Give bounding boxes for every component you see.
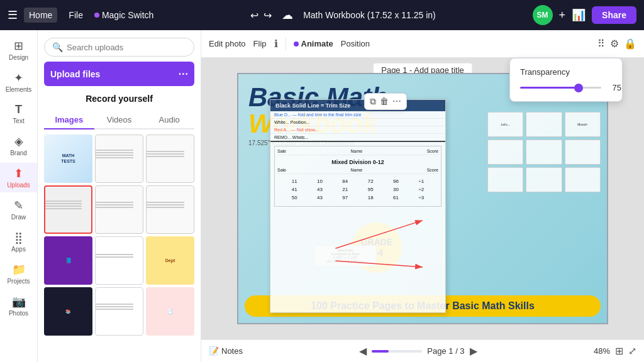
sidebar-item-apps[interactable]: ⣿ Apps <box>0 227 37 256</box>
animate-button[interactable]: Animate <box>294 39 333 48</box>
thumbnail-2[interactable] <box>95 134 143 183</box>
analytics-icon[interactable]: 📊 <box>572 8 586 22</box>
bottom-center: ◀ Page 1 / 3 ▶ <box>250 345 586 357</box>
upload-files-label: Upload files <box>50 69 100 79</box>
grid-pattern-icon[interactable]: ⠿ <box>597 38 605 50</box>
prev-page-button[interactable]: ◀ <box>359 345 367 357</box>
thumbnail-1[interactable]: MATHTESTS <box>44 134 92 183</box>
sidebar-item-brand[interactable]: ◈ Brand <box>0 131 37 160</box>
sidebar-item-draw[interactable]: ✎ Draw <box>0 195 37 224</box>
draw-label: Draw <box>11 214 26 221</box>
ws-cols-header-2: Sale Name Score <box>277 168 438 174</box>
copy-tool-icon[interactable]: ⧉ <box>370 96 376 107</box>
upload-panel: 🔍 Upload files ⋯ Record yourself Images … <box>38 30 201 362</box>
cloud-save-icon[interactable]: ☁ <box>282 8 293 22</box>
thumbnail-10[interactable]: 📚 <box>44 287 92 336</box>
sidebar-item-uploads[interactable]: ⬆ Uploads <box>0 163 37 192</box>
avatar[interactable]: SM <box>533 5 553 25</box>
ws-cols-header: Sale Name Score <box>277 149 438 155</box>
animate-dot-icon <box>294 41 299 47</box>
thumbnail-8[interactable] <box>95 236 143 285</box>
thumbnail-9[interactable]: Dept <box>146 236 194 285</box>
topbar-left: ☰ Home File Magic Switch <box>8 8 153 23</box>
transparency-slider[interactable] <box>520 87 601 89</box>
thumbnail-4[interactable] <box>44 185 92 234</box>
tab-audio[interactable]: Audio <box>144 111 194 129</box>
animate-label: Animate <box>301 39 333 48</box>
zoom-level: 48% <box>594 346 610 356</box>
notes-label: Notes <box>221 346 243 356</box>
tab-videos[interactable]: Videos <box>94 111 145 129</box>
thumbnail-5[interactable] <box>95 185 143 234</box>
filter-icon[interactable]: ⚙ <box>610 38 619 50</box>
design-icon: ⊞ <box>14 39 23 53</box>
sidebar-item-photos[interactable]: 📷 Photos <box>0 291 37 321</box>
tab-images[interactable]: Images <box>44 111 94 129</box>
undo-button[interactable]: ↩ <box>250 9 258 21</box>
mini-grid-cell-1: Let's... <box>487 112 523 137</box>
magic-switch-btn[interactable]: Magic Switch <box>94 10 153 20</box>
content-area: Edit photo Flip ℹ Animate Position ⠿ ⚙ 🔒… <box>201 30 644 362</box>
nav-file[interactable]: File <box>64 8 88 23</box>
apps-label: Apps <box>11 246 26 253</box>
mini-grid-cell-8 <box>526 167 562 192</box>
toolbar-separator <box>286 38 286 50</box>
worksheet-overlay[interactable]: Black Solid Line = Trim Size Blue D... —… <box>270 99 446 313</box>
notes-button[interactable]: 📝 Notes <box>209 346 243 356</box>
add-collaborator-button[interactable]: + <box>559 9 566 22</box>
redo-button[interactable]: ↪ <box>264 9 272 21</box>
flip-button[interactable]: Flip <box>253 39 267 48</box>
thumbnail-3[interactable] <box>146 134 194 183</box>
main-area: ⊞ Design ✦ Elements T Text ◈ Brand ⬆ Upl… <box>0 30 644 362</box>
next-page-button[interactable]: ▶ <box>470 345 477 357</box>
canvas-toolbar: ⧉ 🗑 ⋯ <box>364 93 407 110</box>
thumbnail-7[interactable]: 📘 <box>44 236 92 285</box>
nav-home[interactable]: Home <box>24 8 57 23</box>
ws-grid: 11 10 84 72 96 ÷1 41 43 21 95 30 ÷2 <box>277 175 438 204</box>
mini-grid-cell-7 <box>487 167 523 192</box>
document-title: Math Workbook (17.52 x 11.25 in) <box>303 10 436 20</box>
projects-label: Projects <box>7 278 30 285</box>
thumbnail-11[interactable] <box>95 287 143 336</box>
uploads-icon: ⬆ <box>14 167 23 180</box>
undo-redo-group: ↩ ↪ <box>250 9 272 21</box>
search-bar[interactable]: 🔍 <box>44 38 194 57</box>
expand-button[interactable]: ⤢ <box>628 345 636 357</box>
menu-icon[interactable]: ☰ <box>8 8 18 22</box>
apps-icon: ⣿ <box>14 231 23 244</box>
info-icon[interactable]: ℹ <box>274 38 278 50</box>
share-button[interactable]: Share <box>592 6 636 24</box>
transparency-controls: 75 <box>520 83 612 92</box>
brand-label: Brand <box>10 150 27 156</box>
media-tabs: Images Videos Audio <box>44 111 194 129</box>
bottom-bar: 📝 Notes ◀ Page 1 / 3 ▶ 48% ⊞ ⤢ <box>201 339 644 362</box>
photos-icon: 📷 <box>12 295 26 309</box>
page-container[interactable]: Basic Math Workbook 17.525" x 11.250" Ov… <box>237 73 608 324</box>
projects-icon: 📁 <box>12 263 26 277</box>
thumbnail-12[interactable]: 📄 <box>146 287 194 336</box>
lock-icon[interactable]: 🔒 <box>624 38 636 50</box>
delete-tool-icon[interactable]: 🗑 <box>380 96 389 107</box>
upload-options-icon: ⋯ <box>178 68 188 80</box>
blue-line-note: Blue D... — fold and trim to the final t… <box>270 111 445 119</box>
grid-view-button[interactable]: ⊞ <box>615 345 623 357</box>
sidebar-item-elements[interactable]: ✦ Elements <box>0 67 37 97</box>
mini-grid-row-3 <box>487 167 601 192</box>
sidebar-item-text[interactable]: T Text <box>0 99 37 128</box>
uploads-label: Uploads <box>7 182 30 189</box>
sidebar-item-design[interactable]: ⊞ Design <box>0 35 37 65</box>
more-tool-icon[interactable]: ⋯ <box>392 96 401 107</box>
mini-grid-row-1: Let's... Mixed× <box>487 112 601 137</box>
mini-grid-cell-5 <box>526 140 562 165</box>
white-line-note: White... Position... <box>270 119 445 126</box>
edit-photo-button[interactable]: Edit photo <box>209 39 246 48</box>
record-yourself-label: Record yourself <box>44 91 194 106</box>
mini-grid-cell-4 <box>487 140 523 165</box>
mini-grid-cell-6 <box>565 140 601 165</box>
sidebar-item-projects[interactable]: 📁 Projects <box>0 259 37 288</box>
position-button[interactable]: Position <box>341 39 370 48</box>
upload-files-button[interactable]: Upload files ⋯ <box>44 62 194 86</box>
thumbnail-6[interactable] <box>146 185 194 234</box>
page-progress-bar <box>372 350 422 353</box>
search-input[interactable] <box>67 43 186 52</box>
